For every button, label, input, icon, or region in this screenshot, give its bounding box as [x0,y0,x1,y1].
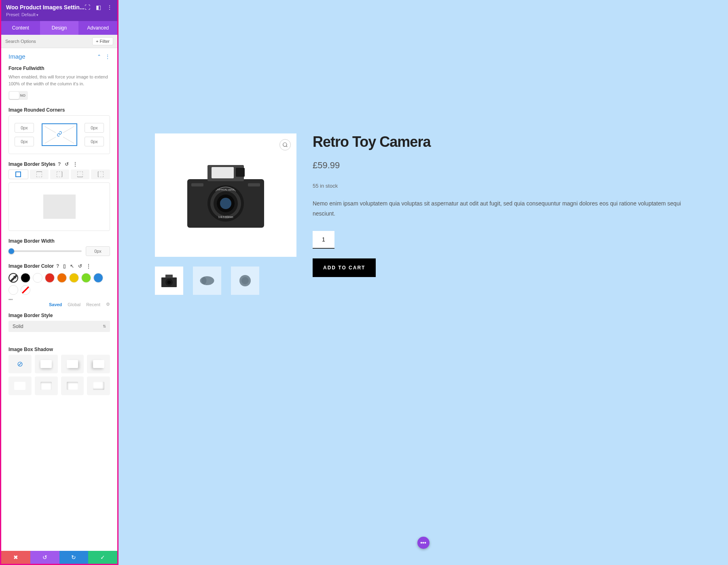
gear-icon[interactable]: ⚙ [106,302,110,307]
tablet-icon[interactable]: ▯ [63,263,66,269]
svg-rect-5 [212,167,234,178]
tab-content[interactable]: Content [1,21,40,35]
shadow-opt[interactable] [8,377,32,395]
palette-expand[interactable]: ••• [8,297,110,302]
collapse-icon[interactable]: ⌃ [97,54,101,59]
shadow-none[interactable]: ⊘ [8,355,32,373]
border-top[interactable] [30,169,49,179]
options-icon[interactable]: ⋮ [73,161,78,167]
svg-rect-6 [236,168,245,177]
help-icon[interactable]: ? [58,161,61,167]
shadow-opt[interactable] [61,377,84,395]
add-to-cart-button[interactable]: ADD TO CART [313,258,376,277]
color-swatch[interactable] [8,285,18,295]
color-picker-icon[interactable] [8,273,18,283]
border-color-label: Image Border Color ? ▯ ↖ ↺ ⋮ [8,263,110,269]
settings-sidebar: Woo Product Images Settin... ⛶ ◧ ⋮ Prese… [0,0,119,565]
section-title[interactable]: Image [8,53,25,60]
force-fullwidth-help: When enabled, this will force your image… [8,74,110,87]
border-width-input[interactable] [86,246,110,256]
corner-top-left-input[interactable] [15,123,34,133]
corner-bottom-left-input[interactable] [15,137,34,146]
corner-top-right-input[interactable] [85,123,104,133]
color-swatch[interactable] [81,273,91,283]
expand-icon[interactable]: ⛶ [85,4,90,11]
corner-link-preview[interactable] [42,123,77,146]
product-description: Nemo enim ipsam voluptatem quia voluptas… [313,199,692,219]
thumbnail[interactable] [155,267,183,295]
border-styles-label: Image Border Styles ? ↺ ⋮ [8,161,110,167]
color-swatch[interactable] [69,273,79,283]
quantity-input[interactable] [313,231,334,249]
svg-rect-14 [191,183,203,186]
color-swatch[interactable] [57,273,67,283]
border-all-sides[interactable] [8,169,28,179]
thumbnail[interactable] [193,267,221,295]
rounded-corners-label: Image Rounded Corners [8,107,110,113]
shadow-options: ⊘ [8,355,110,395]
shadow-opt[interactable] [61,355,84,373]
color-swatch[interactable] [21,273,30,283]
undo-button[interactable]: ↺ [30,551,59,564]
rounded-corners-control [8,115,110,154]
border-preview [8,182,110,231]
reset-icon[interactable]: ↺ [65,161,69,167]
zoom-icon[interactable] [279,139,291,150]
thumbnail-row [155,267,296,295]
corner-bottom-right-input[interactable] [85,137,104,146]
svg-text:OPTICAL LENS: OPTICAL LENS [217,188,235,191]
border-bottom[interactable] [71,169,90,179]
shadow-opt[interactable] [35,377,58,395]
preview-canvas: OPTICAL LENS 1:8 f=60mm Retro Toy [119,0,728,565]
color-palette [8,273,110,295]
hover-icon[interactable]: ↖ [70,263,74,269]
color-tab-global[interactable]: Global [68,302,80,307]
color-swatch[interactable] [93,273,103,283]
color-swatch[interactable] [45,273,55,283]
shadow-opt[interactable] [87,377,110,395]
border-style-select[interactable]: Solid [8,321,110,332]
color-swatch[interactable] [33,273,42,283]
border-width-label: Image Border Width [8,238,110,244]
more-icon[interactable]: ⋮ [107,4,112,11]
border-right[interactable] [50,169,69,179]
snap-icon[interactable]: ◧ [96,4,101,11]
thumbnail[interactable] [231,267,259,295]
border-width-slider[interactable] [8,250,82,252]
save-button[interactable]: ✓ [88,551,117,564]
shadow-opt[interactable] [87,355,110,373]
force-fullwidth-toggle[interactable]: NO [8,91,28,100]
svg-rect-15 [248,183,260,186]
module-title: Woo Product Images Settin... [6,4,85,11]
svg-point-23 [241,277,249,284]
reset-icon[interactable]: ↺ [78,263,82,269]
close-button[interactable]: ✖ [1,551,30,564]
help-icon[interactable]: ? [56,263,59,269]
product-gallery: OPTICAL LENS 1:8 f=60mm [155,133,296,295]
options-icon[interactable]: ⋮ [86,263,91,269]
svg-point-0 [283,143,287,146]
color-swatch-none[interactable] [21,285,30,295]
section-more-icon[interactable]: ⋮ [105,54,110,59]
tab-advanced[interactable]: Advanced [78,21,117,35]
search-input[interactable] [5,39,92,44]
builder-fab[interactable]: ••• [417,537,430,549]
box-shadow-label: Image Box Shadow [8,347,110,352]
svg-point-19 [167,281,171,284]
svg-text:1:8  f=60mm: 1:8 f=60mm [218,216,233,218]
settings-panel: Image ⌃ ⋮ Force Fullwidth When enabled, … [1,48,117,551]
redo-button[interactable]: ↻ [59,551,89,564]
border-side-selector [8,169,110,179]
shadow-opt[interactable] [35,355,58,373]
color-tab-saved[interactable]: Saved [49,302,62,307]
search-row: + Filter [1,35,117,48]
tab-design[interactable]: Design [40,21,79,35]
product-info: Retro Toy Camera £59.99 55 in stock Nemo… [313,133,692,295]
stock-status: 55 in stock [313,183,692,189]
preset-dropdown[interactable]: Preset: Default [6,12,112,17]
action-bar: ✖ ↺ ↻ ✓ [1,551,117,564]
svg-point-21 [202,277,207,284]
border-left[interactable] [91,169,110,179]
filter-button[interactable]: + Filter [92,37,113,45]
color-tab-recent[interactable]: Recent [86,302,100,307]
